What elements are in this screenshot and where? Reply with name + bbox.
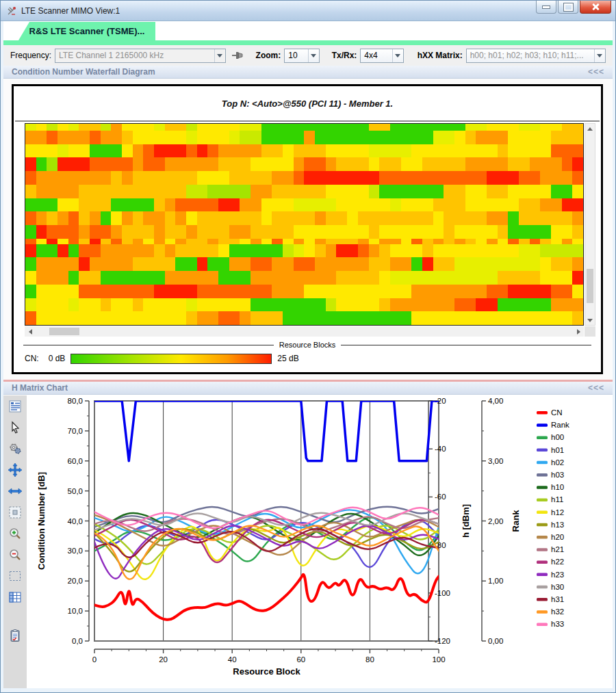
heatmap-cell (411, 144, 422, 158)
maximize-button[interactable] (558, 1, 578, 14)
heatmap-cell (261, 144, 272, 158)
tab-rs-lte-scanner[interactable]: R&S LTE Scanner (TSME)... (18, 22, 155, 40)
heatmap-cell (530, 144, 541, 158)
heatmap-row (25, 271, 583, 285)
heatmap-cell (433, 157, 444, 171)
heatmap-cell (218, 211, 229, 225)
waterfall-collapse-control[interactable]: <<< (588, 67, 604, 77)
heatmap-cell (68, 244, 79, 258)
heatmap-cell (240, 311, 251, 325)
heatmap-cell (79, 271, 90, 285)
heatmap-cell (315, 257, 326, 271)
chevron-down-icon[interactable] (594, 49, 605, 62)
heatmap-cell (101, 311, 112, 325)
heatmap-cell (175, 144, 186, 158)
properties-button[interactable] (7, 398, 23, 415)
heatmap-cell (347, 244, 358, 258)
heatmap-cell (390, 225, 401, 239)
heatmap-cell (186, 285, 197, 298)
heatmap-cell (186, 271, 197, 285)
heatmap-cell (68, 124, 79, 131)
heatmap-cell (111, 311, 122, 325)
title-bar[interactable]: LTE Scanner MIMO View:1 (1, 1, 616, 21)
heatmap-cell (165, 131, 176, 144)
heatmap-cell (186, 124, 197, 131)
zoom-combobox[interactable]: 10 (284, 49, 320, 63)
heatmap-cell (336, 239, 347, 244)
hmatrix-collapse-control[interactable]: <<< (588, 383, 604, 393)
heatmap-cell (454, 185, 465, 198)
heatmap-cell (175, 239, 186, 244)
vertical-scrollbar[interactable] (585, 123, 595, 326)
heatmap-cell (154, 244, 165, 258)
horizontal-scrollbar[interactable] (36, 326, 573, 337)
chevron-down-icon[interactable] (392, 49, 403, 62)
cursor-button[interactable] (7, 419, 23, 436)
scroll-right-button[interactable] (573, 326, 584, 337)
heatmap-cell (530, 225, 541, 239)
horizontal-scroll-thumb[interactable] (49, 328, 79, 335)
heatmap-cell (207, 244, 218, 258)
heatmap-cell (283, 298, 294, 312)
vertical-scroll-thumb[interactable] (587, 269, 593, 303)
svg-text:4,00: 4,00 (488, 397, 503, 405)
heatmap-cell (422, 211, 433, 225)
pin-icon[interactable] (231, 50, 244, 61)
horizontal-scale-button[interactable] (7, 483, 23, 499)
heatmap-cell (498, 257, 509, 271)
hxx-matrix-combobox[interactable]: h00; h01; h02; h03; h10; h11;... (466, 49, 606, 63)
heatmap-cell (251, 185, 261, 198)
zoom-out-button[interactable] (7, 547, 23, 563)
heatmap-cell (476, 131, 487, 144)
heatmap-cell (562, 144, 573, 158)
heatmap-cell (251, 144, 261, 158)
close-button[interactable] (580, 1, 611, 14)
zoom-selection-button[interactable] (7, 568, 23, 584)
heatmap-cell (401, 244, 412, 258)
heatmap-cell (175, 285, 186, 298)
heatmap-cell (218, 185, 229, 198)
heatmap-cell (143, 211, 154, 225)
scroll-left-button[interactable] (25, 326, 36, 337)
heatmap-cell (36, 144, 47, 158)
series-CN (94, 575, 439, 620)
frequency-combobox[interactable]: LTE Channel 1 2165000 kHz (55, 49, 226, 63)
fit-view-button[interactable] (7, 504, 23, 521)
heatmap-row (25, 311, 583, 325)
hmatrix-panel-header: H Matrix Chart <<< (3, 382, 613, 395)
zoom-in-button[interactable] (7, 525, 23, 542)
heatmap-cell (79, 311, 90, 325)
report-button[interactable] (7, 627, 23, 644)
heatmap-cell (122, 171, 133, 185)
heatmap-cell (498, 298, 509, 312)
heatmap-cell (347, 225, 358, 239)
chevron-down-icon[interactable] (214, 49, 225, 62)
heatmap-cell (197, 157, 208, 171)
minimize-button[interactable] (536, 1, 556, 14)
heatmap-cell (272, 239, 283, 244)
heatmap-cell (304, 211, 315, 225)
heatmap-cell (68, 171, 79, 185)
heatmap-cell (572, 144, 583, 158)
pan-button[interactable] (7, 462, 23, 478)
heatmap-cell (175, 244, 186, 258)
chevron-down-icon[interactable] (308, 49, 319, 62)
heatmap-cell (369, 131, 380, 144)
heatmap-cell (572, 131, 583, 144)
heatmap-cell (465, 144, 476, 158)
heatmap-cell (218, 257, 229, 271)
scroll-up-button[interactable] (585, 124, 595, 133)
heatmap-cell (294, 311, 305, 325)
heatmap-row (25, 131, 583, 144)
heatmap-cell (133, 239, 144, 244)
txrx-combobox[interactable]: 4x4 (360, 49, 403, 63)
heatmap-cell (498, 244, 509, 258)
heatmap-cell (25, 144, 36, 158)
heatmap-cell (101, 271, 112, 285)
settings-button[interactable] (7, 441, 23, 457)
heatmap-cell (218, 198, 229, 212)
scroll-down-button[interactable] (585, 315, 595, 325)
heatmap-cell (68, 211, 79, 225)
data-table-button[interactable] (7, 589, 23, 605)
heatmap-cell (401, 285, 412, 298)
